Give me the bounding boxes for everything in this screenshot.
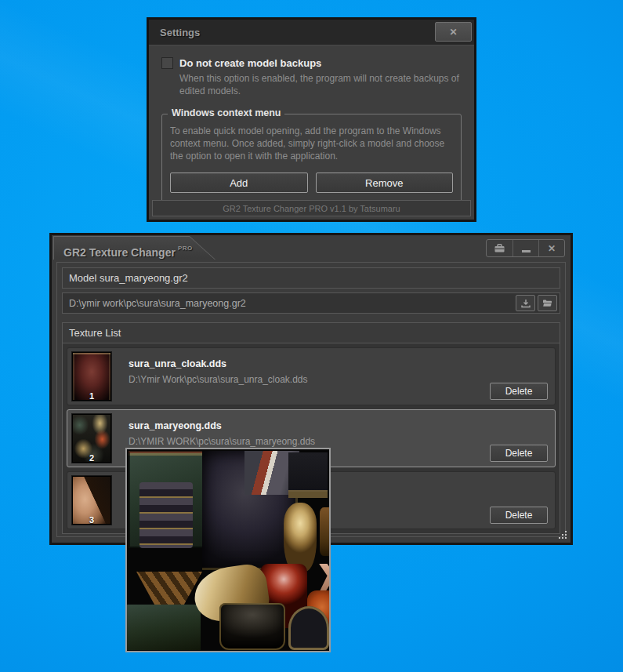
- texture-index-badge: 1: [72, 391, 111, 401]
- delete-button-2[interactable]: Delete: [490, 445, 548, 462]
- texture-thumbnail-2: 2: [71, 413, 112, 463]
- texture-row-1[interactable]: 1 sura_unra_cloak.dds D:\Ymir Work\pc\su…: [67, 347, 556, 405]
- window-title: GR2 Texture ChangerPRO: [54, 237, 215, 264]
- texture-thumbnail-3: 3: [71, 475, 112, 525]
- texture-index-badge: 3: [72, 515, 111, 525]
- close-icon: ✕: [449, 27, 457, 38]
- texture-path: D:\Ymir Work\pc\sura\sura_unra_cloak.dds: [129, 374, 308, 385]
- pro-badge: PRO: [178, 245, 193, 252]
- texture-list-header: Texture List: [62, 322, 560, 343]
- backup-checkbox-label: Do not create model backups: [179, 57, 321, 69]
- settings-body: Do not create model backups When this op…: [149, 45, 474, 205]
- backup-checkbox[interactable]: [161, 57, 173, 69]
- groupbox-description: To enable quick model opening, add the p…: [170, 125, 453, 162]
- texture-thumbnail-1: 1: [71, 351, 112, 401]
- texture-name: sura_unra_cloak.dds: [129, 358, 308, 369]
- title-tab: GR2 Texture ChangerPRO: [53, 236, 216, 260]
- load-model-button[interactable]: [516, 295, 535, 311]
- toolbox-icon: [494, 244, 505, 252]
- main-titlebar: GR2 Texture ChangerPRO ✕: [52, 235, 570, 261]
- close-button[interactable]: ✕: [538, 240, 564, 256]
- delete-button-1[interactable]: Delete: [490, 383, 548, 400]
- download-icon: [521, 299, 531, 308]
- settings-footer: GR2 Texture Changer PRO v1.1 by Tatsumar…: [152, 200, 471, 216]
- minimize-icon: [522, 250, 531, 252]
- resize-grip[interactable]: [565, 537, 567, 539]
- model-header-bar: Model sura_maryeong.gr2: [62, 267, 560, 289]
- model-path-text: D:\ymir work\pc\sura\sura_maryeong.gr2: [69, 298, 513, 309]
- settings-titlebar: Settings ✕: [149, 20, 474, 45]
- window-controls: ✕: [486, 239, 565, 257]
- backup-description: When this option is enabled, the program…: [179, 72, 473, 97]
- settings-dialog: Settings ✕ Do not create model backups W…: [147, 17, 476, 222]
- texture-name: sura_maryeong.dds: [129, 420, 315, 431]
- folder-icon: [542, 299, 552, 307]
- texture-list-label: Texture List: [69, 327, 121, 339]
- add-button[interactable]: Add: [170, 173, 308, 193]
- model-path-field[interactable]: D:\ymir work\pc\sura\sura_maryeong.gr2: [62, 292, 560, 314]
- close-icon: ✕: [548, 243, 556, 254]
- delete-button-3[interactable]: Delete: [490, 507, 548, 524]
- remove-button[interactable]: Remove: [316, 173, 454, 193]
- settings-title: Settings: [160, 27, 200, 38]
- minimize-button[interactable]: [513, 240, 538, 256]
- texture-preview-image: [127, 449, 329, 651]
- browse-button[interactable]: [538, 295, 557, 311]
- texture-index-badge: 2: [72, 453, 111, 463]
- model-header-label: Model sura_maryeong.gr2: [69, 272, 188, 284]
- groupbox-title: Windows context menu: [168, 107, 284, 118]
- settings-toolbox-button[interactable]: [487, 240, 513, 256]
- texture-path: D:\YMIR WORK\pc\sura\sura_maryeong.dds: [129, 436, 315, 447]
- desktop: { "colors": { "desktop_blue": "#0299f0",…: [0, 0, 623, 672]
- context-menu-groupbox: Windows context menu To enable quick mod…: [161, 114, 462, 205]
- texture-preview-popup: [125, 448, 331, 652]
- settings-close-button[interactable]: ✕: [435, 22, 472, 42]
